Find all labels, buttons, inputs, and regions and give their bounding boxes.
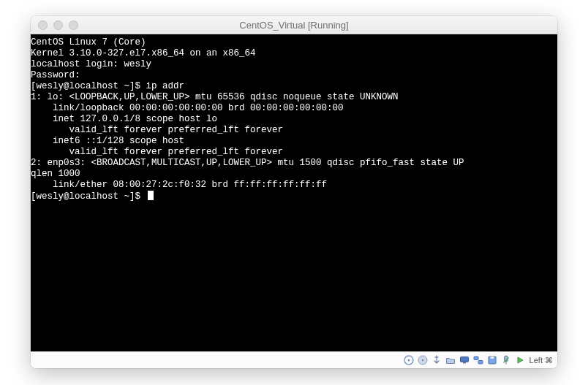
terminal-line: Password: <box>31 70 553 81</box>
svg-rect-6 <box>474 357 478 360</box>
shared-folder-icon[interactable] <box>445 354 456 366</box>
terminal-line: qlen 1000 <box>31 169 553 180</box>
svg-rect-4 <box>460 357 468 362</box>
network-icon[interactable] <box>472 354 484 366</box>
terminal-line: [wesly@localhost ~]$ ip addr <box>31 81 553 92</box>
terminal-line: valid_lft forever preferred_lft forever <box>31 147 553 158</box>
terminal-line: Kernel 3.10.0-327.el7.x86_64 on an x86_6… <box>31 48 553 59</box>
vm-window: CentOS_Virtual [Running] CentOS Linux 7 … <box>31 16 557 368</box>
svg-rect-5 <box>463 362 466 364</box>
svg-rect-7 <box>478 361 483 365</box>
hard-disk-icon[interactable] <box>417 354 429 366</box>
window-controls <box>38 20 78 30</box>
host-key-label: Left ⌘ <box>529 356 553 365</box>
display-icon[interactable] <box>459 354 470 366</box>
zoom-icon[interactable] <box>69 20 78 30</box>
svg-point-1 <box>407 359 410 361</box>
terminal-line: inet6 ::1/128 scope host <box>31 136 553 147</box>
terminal-line: 1: lo: <LOOPBACK,UP,LOWER_UP> mtu 65536 … <box>31 92 553 103</box>
terminal-line: link/loopback 00:00:00:00:00:00 brd 00:0… <box>31 103 553 114</box>
floppy-icon[interactable] <box>486 354 498 366</box>
disc-icon[interactable] <box>403 354 415 366</box>
svg-point-3 <box>421 359 423 361</box>
recording-icon[interactable] <box>514 354 526 366</box>
terminal-line: localhost login: wesly <box>31 59 553 70</box>
window-title: CentOS_Virtual [Running] <box>31 20 557 31</box>
vm-status-bar: Left ⌘ <box>31 351 557 368</box>
close-icon[interactable] <box>38 20 48 30</box>
terminal-cursor <box>148 191 154 200</box>
mouse-capture-icon[interactable] <box>500 354 512 366</box>
terminal-line: link/ether 08:00:27:2c:f0:32 brd ff:ff:f… <box>31 180 553 191</box>
terminal-line: inet 127.0.0.1/8 scope host lo <box>31 114 553 125</box>
guest-console[interactable]: CentOS Linux 7 (Core)Kernel 3.10.0-327.e… <box>31 34 557 351</box>
usb-icon[interactable] <box>431 354 442 366</box>
terminal-line: valid_lft forever preferred_lft forever <box>31 125 553 136</box>
svg-rect-9 <box>490 357 494 359</box>
minimize-icon[interactable] <box>53 20 63 30</box>
titlebar[interactable]: CentOS_Virtual [Running] <box>31 16 557 34</box>
terminal-line: 2: enp0s3: <BROADCAST,MULTICAST,UP,LOWER… <box>31 158 553 169</box>
terminal-line: CentOS Linux 7 (Core) <box>31 37 553 48</box>
terminal-line: [wesly@localhost ~]$ <box>31 191 553 202</box>
